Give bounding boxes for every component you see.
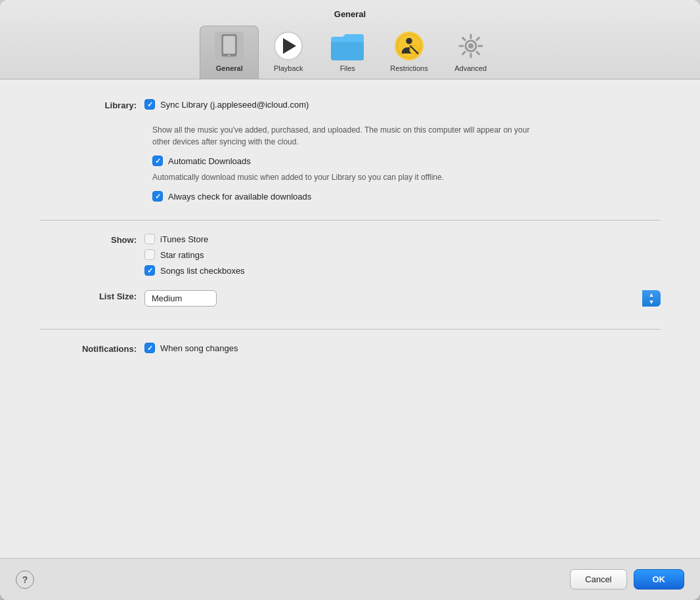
tab-files[interactable]: Files <box>318 28 377 79</box>
notifications-row: Notifications: When song changes <box>39 343 661 358</box>
svg-rect-1 <box>223 36 235 54</box>
when-song-label: When song changes <box>160 343 238 353</box>
ok-button[interactable]: OK <box>634 569 685 589</box>
library-section: Library: Sync Library (j.appleseed@iclou… <box>39 99 661 221</box>
gear-svg-icon <box>458 33 484 59</box>
tab-general[interactable]: General <box>200 26 259 79</box>
when-song-row: When song changes <box>144 343 661 353</box>
tab-playback[interactable]: Playback <box>259 26 318 79</box>
always-check-checkbox[interactable] <box>152 191 163 202</box>
list-size-content: Small Medium Large ▲ ▼ <box>144 290 661 307</box>
auto-downloads-row: Automatic Downloads <box>152 156 661 166</box>
songs-list-label: Songs list checkboxes <box>160 266 245 276</box>
restrictions-icon <box>395 32 424 60</box>
always-check-row: Always check for available downloads <box>152 191 661 202</box>
sync-library-label: Sync Library (j.appleseed@icloud.com) <box>160 100 309 110</box>
window-title: General <box>334 9 366 19</box>
select-arrows-icon: ▲ ▼ <box>642 290 661 307</box>
library-label: Library: <box>39 99 144 110</box>
svg-point-7 <box>468 43 473 49</box>
list-size-select[interactable]: Small Medium Large <box>144 290 217 307</box>
auto-downloads-checkbox[interactable] <box>152 156 163 166</box>
cancel-button[interactable]: Cancel <box>570 569 626 589</box>
restrictions-person-icon <box>397 33 422 58</box>
notifications-label: Notifications: <box>39 343 144 354</box>
sync-description: Show all the music you've added, purchas… <box>152 124 533 148</box>
advanced-icon <box>456 32 485 60</box>
main-content: Library: Sync Library (j.appleseed@iclou… <box>0 79 700 558</box>
tab-files-label: Files <box>340 64 355 72</box>
svg-point-2 <box>229 54 230 56</box>
itunes-store-row: Show: iTunes Store Star ratings Songs li… <box>39 234 661 281</box>
star-ratings-label: Star ratings <box>160 250 204 260</box>
notifications-content: When song changes <box>144 343 661 358</box>
sync-library-checkbox[interactable] <box>144 99 155 110</box>
sync-library-row: Sync Library (j.appleseed@icloud.com) <box>144 99 661 110</box>
list-size-row: List Size: Small Medium Large ▲ ▼ <box>39 290 661 307</box>
svg-line-12 <box>462 38 465 41</box>
titlebar: General General Playback <box>0 0 700 79</box>
itunes-store-label: iTunes Store <box>160 234 208 244</box>
always-check-label: Always check for available downloads <box>168 192 311 202</box>
toolbar: General Playback Files <box>173 26 526 79</box>
button-group: Cancel OK <box>570 569 684 589</box>
svg-point-4 <box>406 38 412 45</box>
auto-downloads-label: Automatic Downloads <box>168 156 251 166</box>
itunes-store-checkbox-row: iTunes Store <box>144 234 661 244</box>
star-ratings-checkbox[interactable] <box>144 249 155 260</box>
itunes-store-checkbox[interactable] <box>144 234 155 244</box>
star-ratings-checkbox-row: Star ratings <box>144 249 661 260</box>
library-content: Sync Library (j.appleseed@icloud.com) <box>144 99 661 115</box>
play-triangle-icon <box>283 38 296 54</box>
arrow-up-icon: ▲ <box>649 292 655 298</box>
help-button[interactable]: ? <box>16 570 34 589</box>
songs-list-checkbox-row: Songs list checkboxes <box>144 265 661 276</box>
list-size-label: List Size: <box>39 290 144 301</box>
svg-line-15 <box>462 52 465 54</box>
tab-advanced-label: Advanced <box>454 64 487 72</box>
songs-list-checkbox[interactable] <box>144 265 155 276</box>
svg-point-3 <box>397 34 421 58</box>
show-label: Show: <box>39 234 144 245</box>
tab-restrictions[interactable]: Restrictions <box>377 26 441 79</box>
tab-playback-label: Playback <box>274 64 303 72</box>
list-size-select-container[interactable]: Small Medium Large ▲ ▼ <box>144 290 661 307</box>
window: General General Playback <box>0 0 700 600</box>
show-content: iTunes Store Star ratings Songs list che… <box>144 234 661 281</box>
notifications-section: Notifications: When song changes <box>39 343 661 381</box>
svg-line-14 <box>477 38 479 41</box>
tab-general-label: General <box>216 64 243 72</box>
playback-icon <box>274 32 303 60</box>
phone-svg-icon <box>219 34 239 58</box>
tab-restrictions-label: Restrictions <box>390 64 427 72</box>
when-song-checkbox[interactable] <box>144 343 155 353</box>
arrow-down-icon: ▼ <box>649 299 655 305</box>
svg-line-13 <box>477 52 479 54</box>
files-icon <box>331 33 364 60</box>
general-icon <box>215 32 244 60</box>
tab-advanced[interactable]: Advanced <box>441 26 500 79</box>
bottom-bar: ? Cancel OK <box>0 558 700 600</box>
show-section: Show: iTunes Store Star ratings Songs li… <box>39 234 661 330</box>
auto-downloads-description: Automatically download music when added … <box>152 171 533 183</box>
library-row: Library: Sync Library (j.appleseed@iclou… <box>39 99 661 115</box>
